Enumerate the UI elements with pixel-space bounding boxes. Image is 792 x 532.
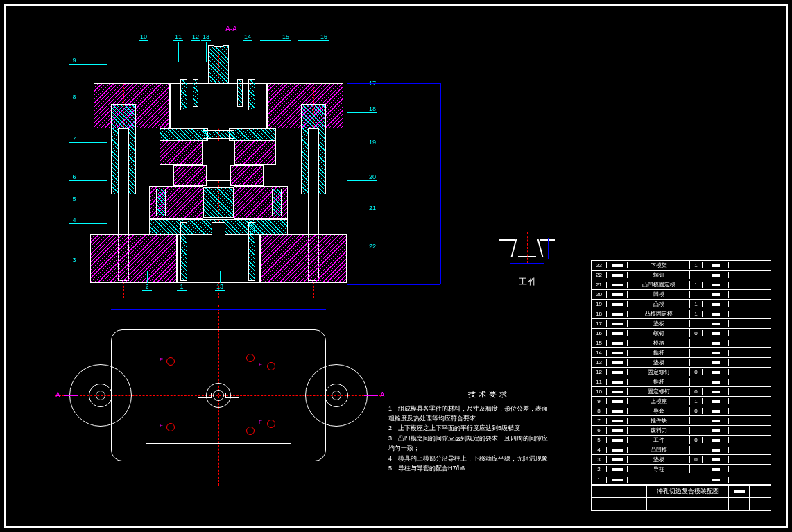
section-label: A-A bbox=[225, 25, 237, 33]
tech-line-4: 4：模具的上模部分沿导柱上，下移动应平稳，无阻滞现象 bbox=[388, 454, 589, 463]
tech-requirements: 技术要求 1：组成模具各零件的材料，尺寸及精度，形位公差，表面 粗糙度及热处理等… bbox=[388, 388, 589, 473]
balloon-13b: 13 bbox=[215, 283, 225, 291]
plan-bolt-5 bbox=[246, 427, 255, 435]
plan-section-A-right: A bbox=[380, 391, 385, 399]
bom-row-10: 10固定螺钉0 bbox=[592, 387, 771, 397]
tech-line-3b: 均匀一致； bbox=[388, 443, 589, 453]
leader-10 bbox=[144, 42, 144, 62]
leader-8 bbox=[79, 101, 107, 101]
bom-row-4: 4凸凹模 bbox=[592, 445, 771, 455]
balloon-22: 22 bbox=[368, 243, 377, 250]
punch bbox=[207, 141, 230, 181]
balloon-15: 15 bbox=[281, 33, 291, 41]
tech-line-2: 2：上下模座之上下平面的平行度应达到5级精度 bbox=[388, 423, 589, 433]
leader-16 bbox=[298, 40, 319, 41]
plan-guide-l-in bbox=[96, 391, 105, 400]
bom-row-21: 21凸凹模固定模1 bbox=[592, 280, 771, 290]
bolt-t3 bbox=[193, 79, 198, 107]
tech-line-5: 5：导柱与导套的配合H7/h6 bbox=[388, 463, 589, 473]
plan-bolt-6 bbox=[267, 420, 275, 428]
plan-dim-bot bbox=[69, 490, 368, 490]
plan-dim-right bbox=[375, 329, 375, 479]
balloon-11: 11 bbox=[173, 33, 183, 41]
leader-5 bbox=[79, 203, 107, 203]
leader-3 bbox=[79, 264, 107, 264]
plan-key-r bbox=[225, 393, 239, 398]
bom-row-13: 13垫板 bbox=[592, 358, 771, 368]
bom-row-18: 18凸模固定模1 bbox=[592, 309, 771, 319]
bolt-t2 bbox=[248, 79, 255, 110]
bom-row-20: 20凹模 bbox=[592, 290, 771, 300]
leader-9 bbox=[79, 64, 107, 65]
bom-row-9: 9上模座1 bbox=[592, 397, 771, 406]
dim-section-height bbox=[440, 83, 441, 284]
bom-row-17: 17垫板 bbox=[592, 319, 771, 329]
stripper-cap bbox=[203, 130, 234, 139]
bom-table: 23下模架122螺钉21凸凹模固定模120凹模19凸模118凸模固定模117垫板… bbox=[591, 260, 771, 485]
leader-15 bbox=[260, 40, 281, 41]
leader-22 bbox=[347, 250, 368, 250]
balloon-4: 4 bbox=[69, 216, 79, 224]
bom-row-11: 11推杆 bbox=[592, 377, 771, 387]
plan-key-l bbox=[198, 393, 212, 398]
plan-dim-top bbox=[111, 309, 326, 310]
shank bbox=[208, 45, 229, 83]
balloon-3: 3 bbox=[69, 257, 79, 264]
balloon-10: 10 bbox=[139, 33, 148, 41]
workpiece-detail bbox=[499, 232, 562, 274]
bom-row-22: 22螺钉 bbox=[592, 271, 771, 280]
bom-row-12: 12固定螺钉0 bbox=[592, 368, 771, 377]
balloon-6: 6 bbox=[69, 173, 79, 181]
bolt-b2 bbox=[248, 222, 255, 281]
block-mr bbox=[230, 165, 264, 186]
balloon-9: 9 bbox=[69, 57, 79, 65]
drawing-title: 冲孔切边复合模装配图 bbox=[647, 486, 729, 498]
bom-row-14: 14推杆 bbox=[592, 348, 771, 358]
balloon-16: 16 bbox=[319, 33, 329, 41]
lower-shoe-r bbox=[260, 234, 347, 283]
balloon-13: 13 bbox=[201, 33, 211, 41]
leader-18 bbox=[347, 112, 368, 113]
plan-bolt-4 bbox=[166, 423, 175, 431]
leader-7 bbox=[79, 142, 107, 143]
bom-row-15: 15模柄 bbox=[592, 338, 771, 348]
bolt-t4 bbox=[237, 79, 243, 107]
plan-bolt-3 bbox=[267, 362, 275, 370]
bom-row-16: 16螺钉0 bbox=[592, 329, 771, 338]
bom-row-6: 6废料刀 bbox=[592, 426, 771, 436]
die-insert bbox=[203, 187, 234, 218]
balloon-1: 1 bbox=[177, 283, 187, 291]
dim-sec-bot bbox=[347, 284, 440, 285]
bom-row-8: 8导套0 bbox=[592, 406, 771, 416]
bom-row-19: 19凸模1 bbox=[592, 300, 771, 309]
leader-2 bbox=[147, 271, 148, 283]
plan-guide-r-in bbox=[332, 391, 341, 400]
scrap-l bbox=[156, 189, 166, 216]
leader-21 bbox=[347, 212, 368, 212]
punchholder-r bbox=[234, 141, 276, 165]
backing-l bbox=[160, 128, 208, 141]
plan-bolt-2 bbox=[246, 354, 255, 362]
shank-pin bbox=[214, 35, 223, 47]
plan-view: F F F F bbox=[69, 312, 368, 479]
balloon-12: 12 bbox=[191, 33, 200, 41]
balloon-19: 19 bbox=[368, 139, 377, 146]
plan-section-A-left: A bbox=[55, 391, 60, 399]
ejector bbox=[212, 222, 225, 283]
bom-row-23: 23下模架1 bbox=[592, 261, 771, 271]
leader-1 bbox=[182, 271, 182, 283]
tech-title: 技术要求 bbox=[388, 388, 589, 401]
bom-row-1: 1 bbox=[592, 474, 771, 484]
balloon-7: 7 bbox=[69, 135, 79, 143]
balloon-18: 18 bbox=[368, 105, 377, 113]
tech-line-3: 3：凸凹模之间的间隙应达到规定的要求，且四周的间隙应 bbox=[388, 434, 589, 443]
bom-row-7: 7推件块 bbox=[592, 416, 771, 426]
leader-11 bbox=[178, 42, 179, 62]
balloon-5: 5 bbox=[69, 196, 79, 203]
leader-17 bbox=[347, 87, 368, 87]
balloon-20: 20 bbox=[368, 173, 377, 181]
balloon-8: 8 bbox=[69, 94, 79, 101]
leader-13b bbox=[220, 271, 221, 283]
punchholder-l bbox=[160, 141, 203, 165]
bom-row-2: 2导柱 bbox=[592, 465, 771, 474]
